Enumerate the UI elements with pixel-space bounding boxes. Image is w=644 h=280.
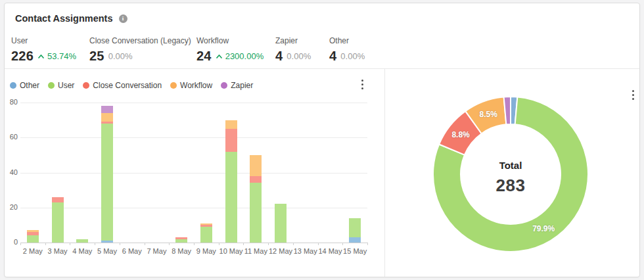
y-tick-label: 20 <box>5 203 18 211</box>
stat-delta: 0.00% <box>340 51 365 61</box>
bar-segment-zapier-5-may[interactable] <box>101 106 113 113</box>
bar-chart-plot <box>20 103 367 243</box>
card-title-row: Contact Assignments <box>15 13 127 24</box>
contact-assignments-card: Contact Assignments User22653.74%Close C… <box>4 3 640 277</box>
x-axis-tick <box>70 243 70 245</box>
bar-segment-user-5-may[interactable] <box>101 124 113 241</box>
stat-value: 4 <box>275 49 283 64</box>
kebab-menu-icon[interactable] <box>628 89 638 101</box>
donut-slice-label-close-conversation: 8.8% <box>451 130 470 139</box>
legend-label: User <box>58 81 74 90</box>
bar-segment-user-9-may[interactable] <box>200 227 212 243</box>
bar-segment-user-10-may[interactable] <box>225 152 237 243</box>
bar-segment-close-conversation-5-may[interactable] <box>101 122 113 124</box>
stat-close-conversation-legacy-: Close Conversation (Legacy)250.00% <box>89 36 191 64</box>
legend-item-zapier[interactable]: Zapier <box>221 81 253 90</box>
bar-segment-close-conversation-10-may[interactable] <box>225 129 237 152</box>
x-tick-label: 13 May <box>294 247 317 255</box>
gridline <box>20 103 367 103</box>
legend-dot-icon <box>170 82 177 89</box>
legend-dot-icon <box>83 82 89 89</box>
bar-segment-workflow-10-may[interactable] <box>225 120 237 129</box>
bar-segment-user-11-may[interactable] <box>250 183 262 243</box>
bar-segment-close-conversation-9-may[interactable] <box>200 225 212 227</box>
info-icon[interactable] <box>119 14 127 23</box>
x-tick-label: 11 May <box>244 247 267 255</box>
x-tick-label: 7 May <box>147 247 166 255</box>
trend-up-icon <box>37 54 45 59</box>
bar-segment-workflow-9-may[interactable] <box>200 223 212 225</box>
stat-value: 24 <box>196 49 212 64</box>
panel-divider <box>384 68 385 277</box>
bar-segment-other-5-may[interactable] <box>101 241 113 243</box>
bar-segment-user-15-may[interactable] <box>349 218 361 237</box>
donut-total-label: Total <box>499 160 522 171</box>
stat-user: User22653.74% <box>11 36 76 64</box>
x-axis-labels: 2 May3 May4 May5 May6 May7 May8 May9 May… <box>20 247 367 256</box>
x-tick-label: 15 May <box>343 247 367 255</box>
stat-label: Workflow <box>196 36 264 45</box>
stat-value: 226 <box>11 49 34 64</box>
y-tick-label: 40 <box>5 168 18 176</box>
x-tick-label: 6 May <box>122 247 142 255</box>
legend-dot-icon <box>48 82 55 89</box>
bar-segment-close-conversation-11-may[interactable] <box>250 176 262 183</box>
legend-dot-icon <box>221 82 227 89</box>
stat-zapier: Zapier40.00% <box>275 36 311 64</box>
bar-segment-user-3-may[interactable] <box>52 202 64 243</box>
stat-delta: 0.00% <box>287 51 311 61</box>
bar-segment-close-conversation-8-may[interactable] <box>175 237 187 239</box>
x-tick-label: 8 May <box>172 247 191 255</box>
x-axis-tick <box>318 243 319 245</box>
legend-item-user[interactable]: User <box>48 81 74 90</box>
gridline <box>20 208 367 208</box>
stat-other: Other40.00% <box>329 36 365 64</box>
x-axis-tick <box>243 243 244 245</box>
x-axis-tick <box>194 243 195 245</box>
x-axis-tick <box>95 243 95 245</box>
stat-workflow: Workflow242300.00% <box>196 36 264 64</box>
donut-chart: 79.9%8.8%8.5% Total 283 <box>428 92 593 256</box>
bar-segment-close-conversation-2-may[interactable] <box>27 232 39 235</box>
card-header: Contact Assignments User22653.74%Close C… <box>5 3 639 69</box>
bar-segment-user-12-may[interactable] <box>275 204 287 243</box>
legend-label: Other <box>20 81 39 90</box>
bar-segment-workflow-5-may[interactable] <box>101 113 113 122</box>
x-axis-tick <box>120 243 120 245</box>
bar-segment-user-2-may[interactable] <box>27 235 39 243</box>
legend-dot-icon <box>10 82 16 89</box>
x-tick-label: 4 May <box>72 247 92 255</box>
x-axis-tick <box>219 243 219 245</box>
bar-segment-close-conversation-3-may[interactable] <box>52 197 64 202</box>
stat-value: 25 <box>89 49 104 64</box>
legend-item-other[interactable]: Other <box>10 81 39 90</box>
bar-segment-user-8-may[interactable] <box>175 239 187 243</box>
stat-delta: 53.74% <box>47 51 76 61</box>
x-axis-tick <box>342 243 343 245</box>
x-tick-label: 9 May <box>196 247 216 255</box>
bar-segment-other-15-may[interactable] <box>349 237 361 243</box>
x-tick-label: 14 May <box>318 247 342 255</box>
x-axis-tick <box>268 243 269 245</box>
donut-slice-label-workflow: 8.5% <box>480 110 498 119</box>
legend-item-close-conversation[interactable]: Close Conversation <box>83 81 162 90</box>
donut-slice-label-user: 79.9% <box>532 224 555 233</box>
stat-label: Close Conversation (Legacy) <box>89 36 191 45</box>
stat-label: User <box>11 36 76 45</box>
y-tick-label: 0 <box>5 238 18 246</box>
x-tick-label: 3 May <box>48 247 68 255</box>
bar-segment-workflow-2-may[interactable] <box>27 230 39 232</box>
bar-segment-user-4-may[interactable] <box>76 239 88 243</box>
bar-segment-workflow-11-may[interactable] <box>250 155 262 176</box>
legend-item-workflow[interactable]: Workflow <box>170 81 212 90</box>
stat-delta: 2300.00% <box>225 51 264 61</box>
y-tick-label: 80 <box>5 98 18 106</box>
x-tick-label: 10 May <box>219 247 243 255</box>
donut-total-value: 283 <box>496 175 526 195</box>
legend-label: Zapier <box>231 81 253 90</box>
x-tick-label: 5 May <box>97 247 117 255</box>
x-tick-label: 12 May <box>269 247 292 255</box>
kebab-menu-icon[interactable] <box>357 78 367 90</box>
x-axis-tick <box>293 243 294 245</box>
x-axis-tick <box>20 243 21 245</box>
